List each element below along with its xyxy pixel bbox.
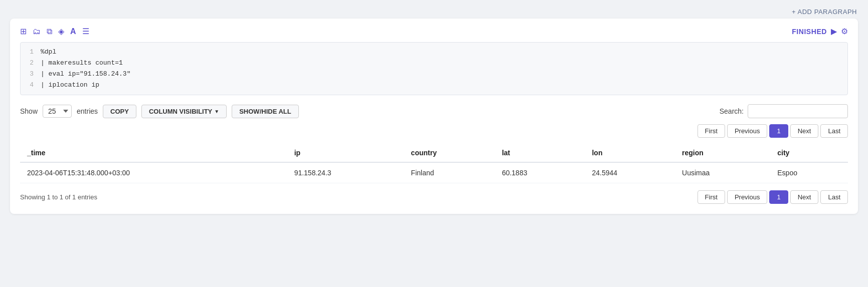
line-num-3: 3 — [27, 69, 34, 80]
search-input[interactable] — [748, 104, 848, 118]
current-page-top-button[interactable]: 1 — [769, 124, 788, 138]
cell-country: Finland — [404, 162, 495, 183]
copy-button[interactable]: COPY — [103, 105, 136, 118]
line-content-3: | eval ip="91.158.24.3" — [41, 69, 130, 80]
code-line-4: 4 | iplocation ip — [27, 80, 841, 91]
data-table: _time ip country lat lon region city 202… — [20, 144, 848, 183]
chevron-down-icon: ▼ — [214, 109, 219, 114]
code-line-1: 1 %dpl — [27, 47, 841, 58]
pagination-bottom: First Previous 1 Next Last — [698, 190, 848, 204]
card-header: ⊞ 🗂 ⧉ ◈ A ☰ FINISHED ▶ ⚙ — [20, 27, 848, 36]
layers-icon[interactable]: ⧉ — [47, 27, 52, 36]
previous-page-top-button[interactable]: Previous — [727, 124, 768, 138]
bottom-row: Showing 1 to 1 of 1 entries First Previo… — [20, 190, 848, 204]
entries-after-label: entries — [77, 107, 98, 115]
status-area: FINISHED ▶ ⚙ — [792, 27, 848, 36]
cell-_time: 2023-04-06T15:31:48.000+03:00 — [20, 162, 287, 183]
toolbar-icons: ⊞ 🗂 ⧉ ◈ A ☰ — [20, 27, 89, 36]
cell-city: Espoo — [770, 162, 848, 183]
grid-icon[interactable]: ⊞ — [20, 27, 27, 36]
next-page-top-button[interactable]: Next — [790, 124, 819, 138]
col-region: region — [675, 144, 770, 162]
status-label: FINISHED — [792, 28, 827, 36]
text-icon[interactable]: A — [70, 27, 76, 36]
list-icon[interactable]: ☰ — [82, 27, 89, 36]
table-row: 2023-04-06T15:31:48.000+03:0091.158.24.3… — [20, 162, 848, 183]
previous-page-bottom-button[interactable]: Previous — [727, 190, 768, 204]
col-lon: lon — [585, 144, 675, 162]
line-num-4: 4 — [27, 80, 34, 91]
column-visibility-button[interactable]: COLUMN VISIBILITY ▼ — [141, 105, 227, 118]
col-time: _time — [20, 144, 287, 162]
code-line-2: 2 | makeresults count=1 — [27, 58, 841, 69]
show-hide-all-button[interactable]: SHOW/HIDE ALL — [232, 105, 299, 118]
cell-ip: 91.158.24.3 — [287, 162, 404, 183]
col-city: city — [770, 144, 848, 162]
line-content-2: | makeresults count=1 — [41, 58, 123, 69]
cell-region: Uusimaa — [675, 162, 770, 183]
line-content-4: | iplocation ip — [41, 80, 99, 91]
line-num-1: 1 — [27, 47, 34, 58]
controls-row: Show 25 10 50 100 entries COPY COLUMN VI… — [20, 104, 848, 118]
code-editor[interactable]: 1 %dpl 2 | makeresults count=1 3 | eval … — [20, 42, 848, 95]
paint-icon[interactable]: ◈ — [58, 27, 64, 36]
table-header-row: _time ip country lat lon region city — [20, 144, 848, 162]
next-page-bottom-button[interactable]: Next — [790, 190, 819, 204]
add-paragraph-button[interactable]: + ADD PARAGRAPH — [792, 8, 857, 16]
book-icon[interactable]: 🗂 — [33, 27, 41, 36]
entries-select[interactable]: 25 10 50 100 — [43, 105, 72, 118]
line-num-2: 2 — [27, 58, 34, 69]
line-content-1: %dpl — [41, 47, 56, 58]
pagination-top: First Previous 1 Next Last — [20, 124, 848, 138]
last-page-bottom-button[interactable]: Last — [820, 190, 848, 204]
col-country: country — [404, 144, 495, 162]
col-lat: lat — [495, 144, 585, 162]
cell-lat: 60.1883 — [495, 162, 585, 183]
search-row: Search: — [720, 104, 848, 118]
showing-text: Showing 1 to 1 of 1 entries — [20, 193, 97, 201]
current-page-bottom-button[interactable]: 1 — [769, 190, 788, 204]
search-label: Search: — [720, 107, 744, 115]
show-label: Show — [20, 107, 38, 115]
settings-button[interactable]: ⚙ — [841, 27, 848, 36]
main-card: ⊞ 🗂 ⧉ ◈ A ☰ FINISHED ▶ ⚙ 1 %dpl 2 | make… — [10, 19, 858, 214]
run-button[interactable]: ▶ — [831, 27, 837, 36]
col-ip: ip — [287, 144, 404, 162]
cell-lon: 24.5944 — [585, 162, 675, 183]
first-page-bottom-button[interactable]: First — [698, 190, 725, 204]
code-line-3: 3 | eval ip="91.158.24.3" — [27, 69, 841, 80]
last-page-top-button[interactable]: Last — [820, 124, 848, 138]
first-page-top-button[interactable]: First — [698, 124, 725, 138]
